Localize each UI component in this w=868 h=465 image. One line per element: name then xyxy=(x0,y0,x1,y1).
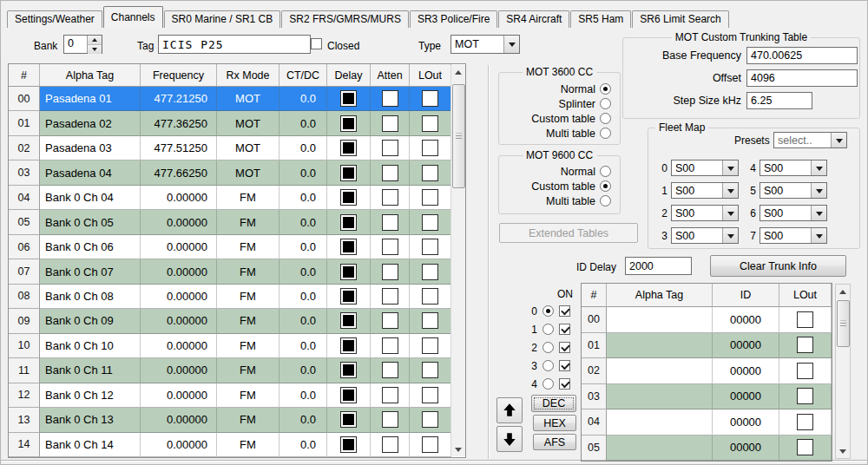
fleet-dropdown-button[interactable] xyxy=(722,206,738,220)
rx-mode-cell[interactable]: FM xyxy=(217,259,279,284)
alpha-tag-cell[interactable]: Bank 0 Ch 04 xyxy=(40,186,141,210)
extended-tables-button[interactable]: Extended Tables xyxy=(499,223,638,243)
dec-button[interactable]: DEC xyxy=(531,395,576,412)
id-row[interactable]: 0500000 xyxy=(582,436,832,462)
ctdc-cell[interactable]: 0.0 xyxy=(279,259,327,284)
row-number-cell[interactable]: 02 xyxy=(9,136,40,160)
bank-spin-down-button[interactable] xyxy=(88,45,102,54)
radio-option-normal[interactable]: Normal xyxy=(499,164,620,179)
atten-checkbox[interactable] xyxy=(382,411,398,428)
id-lout-checkbox[interactable] xyxy=(797,337,813,353)
row-number-cell[interactable]: 03 xyxy=(9,160,40,185)
ctdc-cell[interactable]: 0.0 xyxy=(279,160,327,185)
column-header-rx-mode[interactable]: Rx Mode xyxy=(217,64,279,87)
fleet-dropdown-button[interactable] xyxy=(811,206,826,220)
fleet-slot-6-dropdown[interactable]: S00 xyxy=(760,205,827,221)
radio-multi-table[interactable] xyxy=(600,128,611,139)
id-value-cell[interactable]: 00000 xyxy=(713,436,779,462)
rx-mode-cell[interactable]: MOT xyxy=(217,87,279,111)
alpha-tag-cell[interactable]: Pasadena 02 xyxy=(40,111,141,135)
rx-mode-cell[interactable]: MOT xyxy=(217,136,279,160)
id-alpha-tag-cell[interactable] xyxy=(607,409,713,436)
channel-row[interactable]: 11Bank 0 Ch 110.00000FM0.0 xyxy=(9,358,465,383)
id-lout-checkbox[interactable] xyxy=(797,388,813,404)
fleet-dropdown-button[interactable] xyxy=(811,228,826,243)
lout-checkbox[interactable] xyxy=(422,312,438,329)
id-row[interactable]: 0000000 xyxy=(582,307,832,333)
rx-mode-cell[interactable]: MOT xyxy=(217,160,279,185)
radio-option-custom-table[interactable]: Custom table xyxy=(499,179,620,193)
id-alpha-tag-cell[interactable] xyxy=(607,307,713,333)
channel-row[interactable]: 14Bank 0 Ch 140.00000FM0.0 xyxy=(9,433,465,457)
ctdc-cell[interactable]: 0.0 xyxy=(279,309,327,333)
lout-checkbox[interactable] xyxy=(422,214,438,231)
delay-checkbox[interactable] xyxy=(340,436,357,453)
tab-sr6-limit-search[interactable]: SR6 Limit Search xyxy=(632,10,728,28)
id-row[interactable]: 0100000 xyxy=(582,333,832,359)
lout-checkbox[interactable] xyxy=(422,165,438,181)
rx-mode-cell[interactable]: FM xyxy=(217,285,279,309)
type-dropdown[interactable]: MOT xyxy=(450,35,520,54)
id-table-scrollbar[interactable] xyxy=(835,284,851,459)
block-select-radio-4[interactable] xyxy=(542,378,554,390)
lout-checkbox[interactable] xyxy=(422,337,438,354)
fleet-slot-7-dropdown[interactable]: S00 xyxy=(760,227,827,244)
frequency-cell[interactable]: 477.66250 xyxy=(141,160,217,185)
id-column-header-[interactable]: # xyxy=(582,284,607,307)
rx-mode-cell[interactable]: FM xyxy=(217,186,279,210)
rx-mode-cell[interactable]: FM xyxy=(217,235,279,259)
frequency-cell[interactable]: 477.21250 xyxy=(141,87,217,111)
field-input-step-size-khz[interactable] xyxy=(746,92,812,109)
row-number-cell[interactable]: 08 xyxy=(9,285,40,309)
block-on-checkbox-2[interactable] xyxy=(559,342,570,353)
hex-button[interactable]: HEX xyxy=(533,415,576,431)
radio-normal[interactable] xyxy=(600,83,611,95)
lout-checkbox[interactable] xyxy=(422,264,438,280)
delay-checkbox[interactable] xyxy=(340,115,357,132)
channel-table-scrollbar[interactable] xyxy=(450,65,465,456)
id-value-cell[interactable]: 00000 xyxy=(713,307,779,333)
fleet-dropdown-button[interactable] xyxy=(811,183,826,198)
lout-checkbox[interactable] xyxy=(422,239,438,255)
id-lout-checkbox[interactable] xyxy=(797,414,813,430)
column-header-atten[interactable]: Atten xyxy=(371,64,410,87)
frequency-cell[interactable]: 0.00000 xyxy=(141,186,217,210)
alpha-tag-cell[interactable]: Bank 0 Ch 08 xyxy=(40,285,141,309)
alpha-tag-cell[interactable]: Bank 0 Ch 06 xyxy=(40,235,141,259)
tab-channels[interactable]: Channels xyxy=(103,6,163,28)
frequency-cell[interactable]: 0.00000 xyxy=(141,309,217,333)
id-value-cell[interactable]: 00000 xyxy=(713,333,779,359)
channel-row[interactable]: 10Bank 0 Ch 100.00000FM0.0 xyxy=(9,334,465,358)
lout-checkbox[interactable] xyxy=(422,411,438,428)
lout-checkbox[interactable] xyxy=(422,288,438,305)
block-select-radio-1[interactable] xyxy=(542,324,554,335)
delay-checkbox[interactable] xyxy=(340,387,357,403)
presets-dropdown[interactable]: select.. xyxy=(773,132,847,148)
id-value-cell[interactable]: 00000 xyxy=(713,358,779,384)
id-value-cell[interactable]: 00000 xyxy=(713,409,779,436)
move-down-button[interactable] xyxy=(496,426,523,452)
atten-checkbox[interactable] xyxy=(382,264,398,280)
alpha-tag-cell[interactable]: Bank 0 Ch 07 xyxy=(40,259,141,284)
tab-sr4-aircraft[interactable]: SR4 Aircraft xyxy=(498,10,569,28)
alpha-tag-cell[interactable]: Bank 0 Ch 05 xyxy=(40,210,141,234)
frequency-cell[interactable]: 0.00000 xyxy=(141,334,217,358)
frequency-cell[interactable]: 0.00000 xyxy=(141,210,217,234)
column-header-ct-dc[interactable]: CT/DC xyxy=(279,64,327,87)
id-alpha-tag-cell[interactable] xyxy=(607,358,713,384)
presets-dropdown-button[interactable] xyxy=(831,133,846,147)
atten-checkbox[interactable] xyxy=(382,288,398,305)
field-input-offset[interactable] xyxy=(746,69,858,87)
delay-checkbox[interactable] xyxy=(340,264,357,280)
tab-settings-weather[interactable]: Settings/Weather xyxy=(7,10,102,28)
fleet-dropdown-button[interactable] xyxy=(722,228,738,243)
channel-row[interactable]: 13Bank 0 Ch 130.00000FM0.0 xyxy=(9,408,465,432)
scroll-up-button[interactable] xyxy=(836,285,850,298)
fleet-slot-4-dropdown[interactable]: S00 xyxy=(760,160,827,176)
channel-row[interactable]: 01Pasadena 02477.36250MOT0.0 xyxy=(9,111,465,135)
atten-checkbox[interactable] xyxy=(382,387,398,403)
atten-checkbox[interactable] xyxy=(382,239,398,255)
rx-mode-cell[interactable]: FM xyxy=(217,433,279,457)
frequency-cell[interactable]: 0.00000 xyxy=(141,383,217,408)
block-select-radio-3[interactable] xyxy=(542,360,554,371)
